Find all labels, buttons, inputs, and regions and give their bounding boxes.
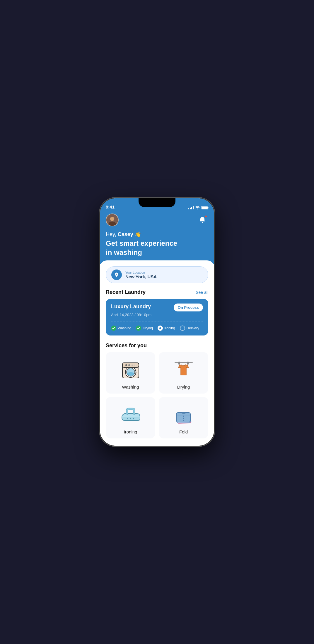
step-delivery: Delivery bbox=[180, 326, 199, 331]
on-process-badge: On Process bbox=[174, 304, 203, 311]
svg-point-19 bbox=[127, 418, 128, 419]
service-label-washing: Washing bbox=[122, 384, 139, 389]
drying-shirt-icon bbox=[172, 357, 195, 381]
username: Casey bbox=[118, 231, 133, 237]
step-label-delivery: Delivery bbox=[187, 326, 199, 330]
status-icons bbox=[188, 206, 208, 209]
folded-shirt-icon bbox=[172, 402, 195, 426]
bell-icon bbox=[199, 216, 206, 223]
svg-point-4 bbox=[116, 274, 117, 275]
recent-laundry-header: Recent Laundry See all bbox=[106, 289, 208, 295]
service-label-drying: Drying bbox=[177, 384, 190, 389]
location-bar[interactable]: Your Location New York, USA bbox=[106, 266, 208, 283]
service-card-fold[interactable]: Fold bbox=[159, 397, 208, 438]
battery-icon bbox=[201, 206, 208, 209]
phone-screen: 9:41 bbox=[100, 198, 214, 446]
svg-point-3 bbox=[110, 217, 114, 221]
svg-point-9 bbox=[127, 372, 134, 376]
svg-point-21 bbox=[133, 418, 134, 419]
service-card-drying[interactable]: Drying bbox=[159, 352, 208, 394]
wifi-icon bbox=[195, 206, 200, 209]
service-card-washing[interactable]: Washing bbox=[106, 352, 155, 394]
services-title: Services for you bbox=[106, 343, 147, 349]
laundry-card[interactable]: Luxury Laundry On Process April 14,2023 … bbox=[106, 299, 208, 335]
svg-rect-17 bbox=[178, 362, 180, 365]
notch bbox=[139, 198, 175, 207]
greeting: Hey, Casey 👋 bbox=[106, 231, 208, 238]
header-section: Hey, Casey 👋 Get smart experiencein wash… bbox=[100, 211, 214, 264]
header-top bbox=[106, 213, 208, 226]
notification-dot bbox=[205, 215, 207, 218]
see-all-link[interactable]: See all bbox=[196, 290, 208, 295]
laundry-name: Luxury Laundry bbox=[111, 304, 151, 310]
status-time: 9:41 bbox=[106, 204, 115, 209]
location-pin-icon bbox=[111, 270, 122, 280]
svg-point-20 bbox=[130, 418, 131, 419]
step-label-ironing: Ironing bbox=[164, 326, 175, 330]
svg-point-11 bbox=[125, 364, 127, 366]
location-value: New York, USA bbox=[125, 274, 157, 279]
svg-rect-18 bbox=[187, 362, 189, 365]
card-divider bbox=[111, 321, 203, 321]
svg-point-27 bbox=[183, 420, 184, 421]
step-check-drying bbox=[136, 326, 141, 331]
step-check-ironing bbox=[158, 326, 163, 331]
service-label-ironing: Ironing bbox=[124, 429, 137, 434]
recent-laundry-title: Recent Laundry bbox=[106, 289, 146, 295]
services-grid: Washing bbox=[106, 352, 208, 438]
laundry-card-top: Luxury Laundry On Process bbox=[111, 304, 203, 311]
location-info: Your Location New York, USA bbox=[125, 271, 157, 279]
step-washing: Washing bbox=[111, 326, 131, 331]
svg-point-15 bbox=[136, 365, 137, 366]
notification-button[interactable] bbox=[197, 214, 208, 226]
service-label-fold: Fold bbox=[179, 429, 188, 434]
step-ironing: Ironing bbox=[158, 326, 175, 331]
step-drying: Drying bbox=[136, 326, 153, 331]
content-area: Your Location New York, USA Recent Laund… bbox=[100, 260, 214, 446]
tagline: Get smart experiencein washing bbox=[106, 239, 208, 257]
step-check-washing bbox=[111, 326, 116, 331]
step-label-washing: Washing bbox=[118, 326, 131, 330]
iron-icon bbox=[119, 402, 142, 426]
phone-frame: 9:41 bbox=[100, 198, 214, 446]
service-card-ironing[interactable]: Ironing bbox=[106, 397, 155, 438]
location-label: Your Location bbox=[125, 271, 157, 274]
laundry-steps: Washing Drying bbox=[111, 326, 203, 331]
step-check-delivery bbox=[180, 326, 185, 331]
signal-icon bbox=[188, 206, 194, 209]
svg-point-26 bbox=[183, 418, 184, 419]
svg-point-13 bbox=[132, 365, 133, 366]
services-header: Services for you bbox=[106, 343, 208, 349]
step-label-drying: Drying bbox=[143, 326, 153, 330]
washing-machine-icon bbox=[119, 357, 142, 381]
svg-point-5 bbox=[159, 327, 161, 329]
avatar[interactable] bbox=[106, 213, 119, 226]
laundry-date: April 14,2023 / 08:10pm bbox=[111, 313, 203, 317]
svg-point-12 bbox=[128, 364, 130, 366]
svg-point-14 bbox=[134, 365, 135, 366]
